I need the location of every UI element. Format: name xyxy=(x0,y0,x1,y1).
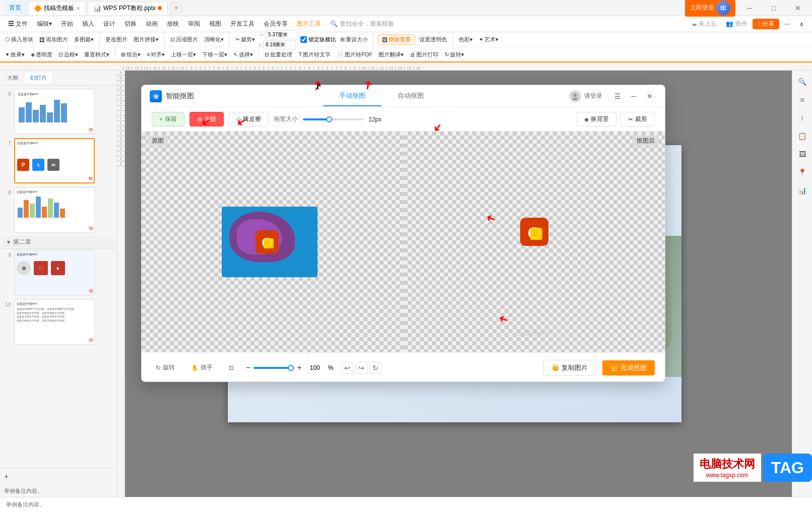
transparency-btn[interactable]: ◈ 透明度 xyxy=(29,50,54,59)
menu-collaborate[interactable]: 👥 协作 xyxy=(722,18,751,30)
menu-collapse[interactable]: ∧ xyxy=(795,19,808,29)
menu-developer[interactable]: 开发工具 xyxy=(226,18,259,30)
right-tool-btn-4[interactable]: 📋 xyxy=(795,129,809,143)
tab-auto[interactable]: 自动抠图 xyxy=(382,86,440,106)
group-btn[interactable]: ⊞ 组合▾ xyxy=(119,50,143,59)
reset-size-btn[interactable]: ⊞ 重设大小 xyxy=(338,35,370,44)
refresh-button[interactable]: ↻ xyxy=(369,362,382,374)
redo-button[interactable]: ↪ xyxy=(355,362,367,374)
menu-home[interactable]: 开始 xyxy=(57,18,77,30)
slide-thumb-7[interactable]: 这是是平例PPT P S W O xyxy=(14,138,95,183)
brush-track[interactable] xyxy=(303,118,363,120)
right-tool-btn-3[interactable]: ↕ xyxy=(795,111,809,125)
lock-ratio-check[interactable]: 锁定纵横比 xyxy=(300,36,336,43)
slide-item-10[interactable]: 10 这是是平例PPT 这是是平例PPT文字内容。这是是平例PPT文字内容。 这… xyxy=(2,298,114,346)
menu-design[interactable]: 设计 xyxy=(99,18,119,30)
copy-image-button[interactable]: 👑 复制图片 xyxy=(543,360,596,376)
sidebar-tab-slides[interactable]: 幻灯片 xyxy=(25,73,52,83)
right-tool-btn-1[interactable]: 🔍 xyxy=(795,75,809,89)
brush-slider[interactable] xyxy=(303,118,363,120)
menu-transition[interactable]: 切换 xyxy=(120,18,141,30)
fit-tool[interactable]: ⊡ xyxy=(225,362,238,373)
slide-thumb-10[interactable]: 这是是平例PPT 这是是平例PPT文字内容。这是是平例PPT文字内容。 这是平例… xyxy=(14,299,95,345)
section-collapse-icon[interactable]: ▼ xyxy=(6,239,11,245)
tab1-close-icon[interactable]: ✕ xyxy=(76,6,80,11)
img-print-btn[interactable]: 🖨 图片打印 xyxy=(408,50,441,59)
slide-item-6[interactable]: 6 这是是平例PPT O xyxy=(2,88,114,135)
menu-search[interactable]: 🔍 查找命令，搜索模板 xyxy=(326,18,398,30)
slide-item-7[interactable]: 7 这是是平例PPT P S W xyxy=(2,137,114,184)
select-btn[interactable]: ↖ 选择▾ xyxy=(231,50,255,59)
complete-button[interactable]: 👑 完成抠图 xyxy=(602,360,655,375)
move-up-btn[interactable]: 上移一层▾ xyxy=(169,50,198,59)
compress-btn[interactable]: ⊡ 压缩图片 xyxy=(168,35,200,44)
crop-btn[interactable]: ✂ 裁剪▾ xyxy=(233,35,257,44)
tab-pptx[interactable]: 📊 WPS PPT教程.pptx xyxy=(88,1,167,15)
right-tool-btn-2[interactable]: ≡ xyxy=(795,93,809,107)
menu-file[interactable]: ☰ 文件 xyxy=(4,18,32,30)
lock-ratio-checkbox[interactable] xyxy=(300,36,307,43)
change-img-btn[interactable]: 更改图片 xyxy=(103,35,130,44)
tab-manual[interactable]: 手动抠图 xyxy=(323,86,382,106)
keep-button[interactable]: + 保留 xyxy=(152,112,184,126)
insert-shape-btn[interactable]: ⬡ 插入形状 xyxy=(3,35,35,44)
border-btn[interactable]: ⊡ 边框▾ xyxy=(56,50,80,59)
multi-crop-btn[interactable]: 多图裁▾ xyxy=(72,35,96,44)
move-down-btn[interactable]: 下移一层▾ xyxy=(200,50,229,59)
menu-slideshow[interactable]: 放映 xyxy=(163,18,183,30)
effects-btn[interactable]: ✦ 效果▾ xyxy=(3,50,27,59)
change-bg-button[interactable]: ◈ 换背景 xyxy=(577,112,616,126)
eraser-button[interactable]: ◇ 橡皮擦 xyxy=(229,112,269,126)
maximize-button[interactable]: □ xyxy=(764,1,784,15)
tab-home[interactable]: 首页 xyxy=(4,1,26,15)
grab-tool[interactable]: ✋ 抓手 xyxy=(187,361,217,374)
menu-member[interactable]: 会员专享 xyxy=(260,18,292,30)
zoom-track[interactable] xyxy=(254,367,294,369)
add-img-btn[interactable]: 🖼 添加图片 xyxy=(37,35,70,44)
zoom-minus-icon[interactable]: − xyxy=(246,363,251,372)
right-tool-btn-5[interactable]: 🖼 xyxy=(795,147,809,161)
remove-button[interactable]: ⊖ 去除 xyxy=(190,112,224,126)
color-btn[interactable]: 色彩▾ xyxy=(457,35,475,44)
tab-new[interactable]: + xyxy=(169,1,183,15)
original-image-container[interactable]: O xyxy=(222,207,323,287)
tab-template[interactable]: 🔶 找稿壳模板 ✕ xyxy=(28,1,86,15)
menu-view[interactable]: 视图 xyxy=(205,18,225,30)
dialog-close-button[interactable]: ✕ xyxy=(643,89,657,103)
slide-thumb-8[interactable]: 这是是平例PPT O xyxy=(14,187,95,233)
menu-share[interactable]: ↑ 分享 xyxy=(753,19,779,29)
sidebar-tab-outline[interactable]: 大纲 xyxy=(2,73,23,83)
menu-animation[interactable]: 动画 xyxy=(142,18,162,30)
slide-thumb-9[interactable]: 这是是平例PPT ⚙ □ ■ O xyxy=(14,250,95,295)
remove-bg-btn[interactable]: 🖼 抠除背景 xyxy=(378,34,415,45)
img-to-text-btn[interactable]: T 图片转文字 xyxy=(296,50,333,59)
batch-btn[interactable]: ⊟ 批量处理 xyxy=(263,50,294,59)
slide-thumb-6[interactable]: 这是是平例PPT O xyxy=(14,89,95,134)
window-close-button[interactable]: ✕ xyxy=(788,1,808,15)
translate-btn[interactable]: 图片翻译▾ xyxy=(377,50,406,59)
set-transparent-btn[interactable]: 设置透明色 xyxy=(417,35,449,44)
artistic-btn[interactable]: ✦ 艺术▾ xyxy=(477,35,501,44)
menu-review[interactable]: 审阅 xyxy=(184,18,204,30)
minimize-button[interactable]: ─ xyxy=(739,1,760,15)
menu-more[interactable]: ⋯ xyxy=(780,19,794,29)
img-to-pdf-btn[interactable]: 📄 图片转PDF xyxy=(335,50,374,59)
zoom-plus-icon[interactable]: + xyxy=(297,363,301,372)
clear-btn[interactable]: 清晰化▾ xyxy=(202,35,226,44)
menu-image-tools[interactable]: 图片工具 xyxy=(293,18,325,30)
reset-style-btn[interactable]: 重置样式▾ xyxy=(82,50,111,59)
height-input[interactable] xyxy=(263,40,296,49)
align-btn[interactable]: ≡ 对齐▾ xyxy=(145,50,167,59)
dialog-menu-button[interactable]: ☰ xyxy=(610,89,624,103)
zoom-thumb[interactable] xyxy=(288,365,294,371)
img-collage-btn[interactable]: 图片拼接▾ xyxy=(132,35,161,44)
slide-item-9[interactable]: 9 这是是平例PPT ⚙ □ ■ xyxy=(2,249,114,296)
width-input[interactable] xyxy=(266,30,298,39)
dialog-minimize-button[interactable]: ─ xyxy=(627,89,641,103)
menu-insert[interactable]: 插入 xyxy=(78,18,98,30)
add-slide-area[interactable]: + xyxy=(0,468,116,485)
dialog-login[interactable]: 请登录 xyxy=(569,90,602,102)
register-button[interactable]: 立即登录 tE xyxy=(685,0,735,17)
slide-item-8[interactable]: 8 这是是平例PPT xyxy=(2,186,114,234)
undo-button[interactable]: ↩ xyxy=(341,362,353,374)
